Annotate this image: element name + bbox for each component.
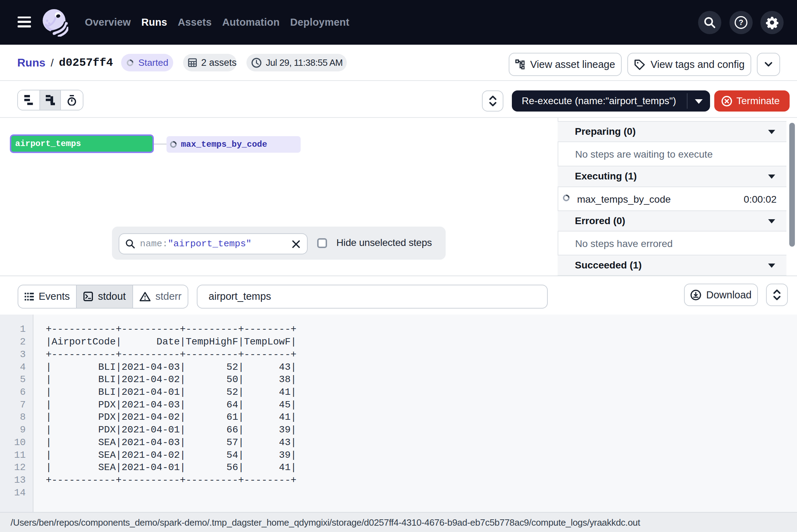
svg-text:?: ? [739, 18, 743, 27]
